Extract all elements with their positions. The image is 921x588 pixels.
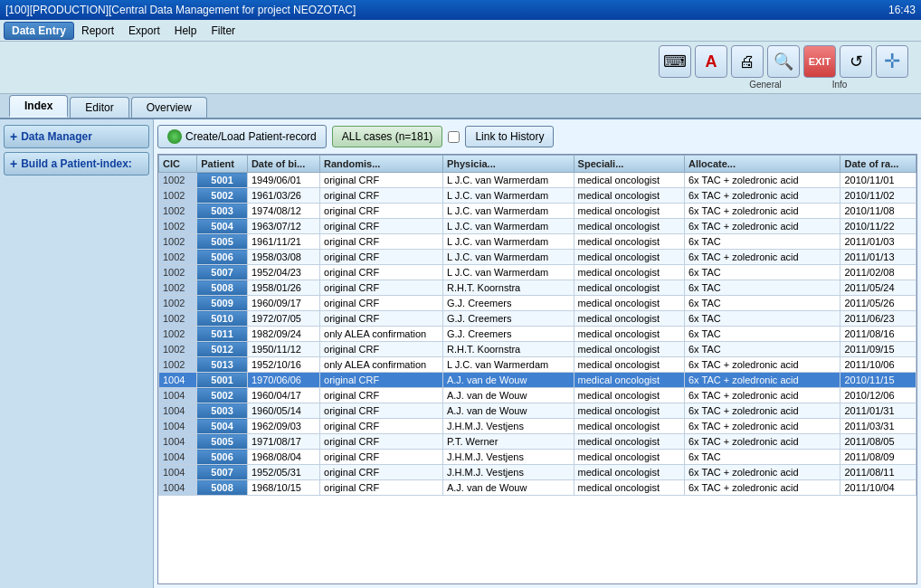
table-row[interactable]: 100450061968/08/04original CRFJ.H.M.J. V…	[159, 450, 916, 465]
cell-physician: L J.C. van Warmerdam	[442, 357, 574, 373]
cell-randomis: original CRF	[320, 311, 443, 327]
cell-specialty: medical oncologist	[574, 357, 684, 373]
cell-dob: 1960/09/17	[247, 296, 319, 311]
print-btn[interactable]: 🖨	[731, 45, 764, 78]
cell-patient: 5006	[197, 450, 248, 465]
data-area: Create/Load Patient-record ALL cases (n=…	[154, 119, 921, 588]
menu-help[interactable]: Help	[167, 23, 204, 39]
cell-cic: 1004	[159, 434, 197, 450]
cell-dob: 1961/03/26	[247, 188, 319, 204]
cell-cic: 1002	[159, 188, 197, 204]
cell-randomis: original CRF	[320, 342, 443, 357]
table-row[interactable]: 100250101972/07/05original CRFG.J. Creem…	[159, 311, 916, 327]
refresh-btn[interactable]: ↺	[840, 45, 872, 78]
cell-physician: L J.C. van Warmerdam	[442, 250, 574, 265]
cell-randomis: original CRF	[320, 388, 443, 403]
cell-physician: L J.C. van Warmerdam	[442, 188, 574, 204]
cell-dor: 2010/11/02	[840, 188, 916, 204]
cell-cic: 1004	[159, 373, 197, 388]
cell-patient: 5001	[197, 373, 248, 388]
cell-randomis: original CRF	[320, 204, 443, 219]
tab-editor[interactable]: Editor	[70, 97, 128, 118]
menu-report[interactable]: Report	[74, 23, 121, 39]
cell-allocation: 6x TAC + zoledronic acid	[685, 188, 840, 204]
cell-cic: 1002	[159, 327, 197, 342]
table-row[interactable]: 100450041962/09/03original CRFJ.H.M.J. V…	[159, 419, 916, 434]
table-row[interactable]: 100250061958/03/08original CRFL J.C. van…	[159, 250, 916, 265]
table-row[interactable]: 100250071952/04/23original CRFL J.C. van…	[159, 265, 916, 280]
exit-btn[interactable]: EXIT	[803, 45, 836, 78]
cell-patient: 5009	[197, 296, 248, 311]
cell-randomis: original CRF	[320, 434, 443, 450]
cell-allocation: 6x TAC	[685, 450, 840, 465]
link-history-btn[interactable]: Link to History	[465, 126, 554, 147]
cell-randomis: original CRF	[320, 403, 443, 419]
move-btn[interactable]: ✛	[876, 45, 908, 78]
patient-table-container[interactable]: CIC Patient Date of bi... Randomis... Ph…	[157, 154, 917, 584]
cell-dor: 2011/08/16	[840, 327, 916, 342]
font-btn[interactable]: A	[695, 45, 727, 78]
sidebar-item-data-manager[interactable]: + Data Manager	[4, 125, 149, 148]
cell-dob: 1974/08/12	[247, 204, 319, 219]
cell-physician: G.J. Creemers	[442, 311, 574, 327]
cell-randomis: original CRF	[320, 280, 443, 296]
menu-filter[interactable]: Filter	[204, 23, 242, 39]
table-row[interactable]: 100250031974/08/12original CRFL J.C. van…	[159, 204, 916, 219]
cell-dob: 1971/08/17	[247, 434, 319, 450]
cell-dor: 2011/08/09	[840, 450, 916, 465]
cell-allocation: 6x TAC + zoledronic acid	[685, 219, 840, 234]
cell-cic: 1002	[159, 173, 197, 188]
create-load-btn[interactable]: Create/Load Patient-record	[157, 125, 327, 148]
cell-specialty: medical oncologist	[574, 250, 684, 265]
cell-physician: G.J. Creemers	[442, 327, 574, 342]
col-dob: Date of bi...	[247, 156, 319, 173]
tabs: Index Editor Overview	[0, 94, 921, 119]
tab-overview[interactable]: Overview	[131, 97, 207, 118]
cell-specialty: medical oncologist	[574, 373, 684, 388]
cell-dob: 1958/01/26	[247, 280, 319, 296]
cell-patient: 5001	[197, 173, 248, 188]
cell-physician: R.H.T. Koornstra	[442, 342, 574, 357]
table-row[interactable]: 100250121950/11/12original CRFR.H.T. Koo…	[159, 342, 916, 357]
cell-allocation: 6x TAC + zoledronic acid	[685, 403, 840, 419]
cell-dor: 2010/11/01	[840, 173, 916, 188]
cell-randomis: original CRF	[320, 465, 443, 480]
cell-specialty: medical oncologist	[574, 419, 684, 434]
table-row[interactable]: 100250051961/11/21original CRFL J.C. van…	[159, 234, 916, 250]
table-row[interactable]: 100450071952/05/31original CRFJ.H.M.J. V…	[159, 465, 916, 480]
table-row[interactable]: 100250131952/10/16only ALEA confirmation…	[159, 357, 916, 373]
all-cases-btn[interactable]: ALL cases (n=181)	[332, 126, 443, 147]
cell-dor: 2010/11/08	[840, 204, 916, 219]
cell-physician: L J.C. van Warmerdam	[442, 234, 574, 250]
table-row[interactable]: 100450021960/04/17original CRFA.J. van d…	[159, 388, 916, 403]
table-row[interactable]: 100250041963/07/12original CRFL J.C. van…	[159, 219, 916, 234]
filter-checkbox[interactable]	[448, 131, 460, 143]
menu-data-entry[interactable]: Data Entry	[4, 22, 74, 40]
checkbox-item[interactable]	[448, 131, 460, 143]
cell-specialty: medical oncologist	[574, 265, 684, 280]
table-row[interactable]: 100250111982/09/24only ALEA confirmation…	[159, 327, 916, 342]
table-row[interactable]: 100250021961/03/26original CRFL J.C. van…	[159, 188, 916, 204]
table-row[interactable]: 100450051971/08/17original CRFP.T. Werne…	[159, 434, 916, 450]
table-row[interactable]: 100450031960/05/14original CRFA.J. van d…	[159, 403, 916, 419]
cell-physician: L J.C. van Warmerdam	[442, 219, 574, 234]
tab-index[interactable]: Index	[9, 95, 68, 118]
cell-dor: 2011/08/11	[840, 465, 916, 480]
cell-patient: 5002	[197, 388, 248, 403]
table-row[interactable]: 100250081958/01/26original CRFR.H.T. Koo…	[159, 280, 916, 296]
menu-export[interactable]: Export	[121, 23, 167, 39]
keyboard-btn[interactable]: ⌨	[659, 45, 691, 78]
cell-cic: 1002	[159, 219, 197, 234]
table-row[interactable]: 100250011949/06/01original CRFL J.C. van…	[159, 173, 916, 188]
cell-dor: 2011/10/04	[840, 480, 916, 496]
table-row[interactable]: 100450011970/06/06original CRFA.J. van d…	[159, 373, 916, 388]
menu-bar: Data Entry Report Export Help Filter	[0, 20, 921, 42]
cell-specialty: medical oncologist	[574, 342, 684, 357]
cell-dor: 2011/09/15	[840, 342, 916, 357]
table-row[interactable]: 100450081968/10/15original CRFA.J. van d…	[159, 480, 916, 496]
search-btn[interactable]: 🔍	[767, 45, 800, 78]
sidebar-item-patient-index[interactable]: + Build a Patient-index:	[4, 152, 149, 175]
table-row[interactable]: 100250091960/09/17original CRFG.J. Creem…	[159, 296, 916, 311]
cell-dor: 2011/02/08	[840, 265, 916, 280]
cell-patient: 5008	[197, 280, 248, 296]
